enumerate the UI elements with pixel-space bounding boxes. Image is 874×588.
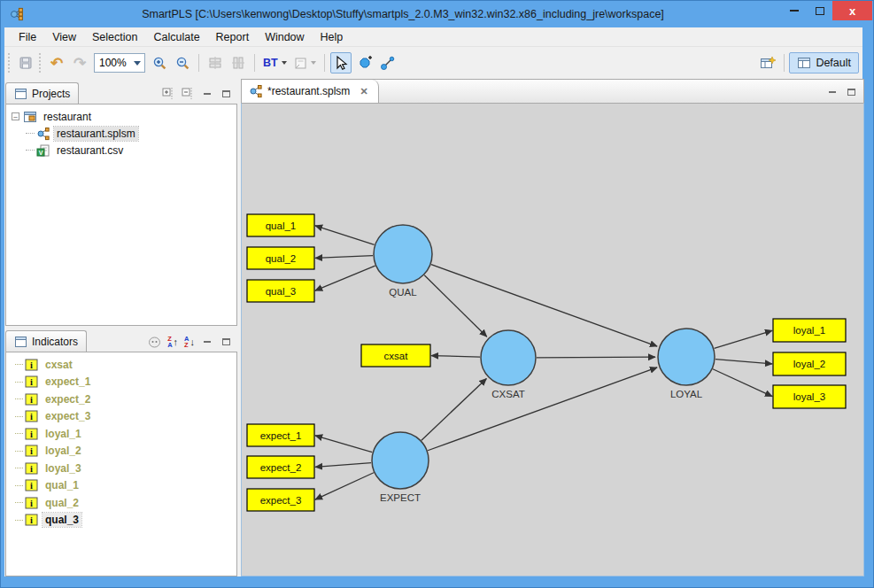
indicator-item-loyal-2[interactable]: iloyal_2 (6, 443, 236, 460)
indicator-item-expect-3[interactable]: iexpect_3 (6, 408, 236, 426)
latent-variable-cxsat[interactable]: CXSAT (481, 330, 536, 399)
arrow-cxsat-to-cxsat[interactable] (431, 356, 480, 358)
tab-projects[interactable]: Projects (5, 82, 79, 104)
save-button[interactable] (15, 52, 36, 74)
indicator-loyal-1[interactable]: loyal_1 (773, 319, 846, 342)
menu-item-file[interactable]: File (11, 29, 44, 45)
path-expect-to-loyal[interactable] (428, 368, 657, 451)
indicator-label: expect_3 (260, 495, 302, 506)
latent-variable-loyal[interactable]: LOYAL (658, 329, 715, 399)
menu-item-report[interactable]: Report (208, 29, 258, 45)
path-qual-to-cxsat[interactable] (424, 275, 487, 337)
zoom-in-icon (152, 56, 167, 71)
path-qual-to-loyal[interactable] (431, 265, 657, 346)
tree-twisty-icon[interactable]: – (12, 112, 19, 120)
arrow-loyal-to-loyal-1[interactable] (715, 330, 772, 348)
arrow-qual-to-qual-2[interactable] (315, 256, 373, 259)
tab-restaurant-splsm[interactable]: *restaurant.splsm ✕ (242, 80, 379, 103)
indicator-label: expect_2 (260, 462, 302, 473)
indicator-qual-3[interactable]: qual_3 (247, 280, 314, 302)
indicator-qual-1[interactable]: qual_1 (247, 214, 314, 236)
indicator-cxsat[interactable]: cxsat (361, 344, 430, 367)
projects-panel: Projects (5, 81, 237, 326)
menu-item-calculate[interactable]: Calculate (145, 29, 207, 45)
indicator-item-loyal-1[interactable]: iloyal_1 (6, 425, 236, 443)
close-tab-icon[interactable]: ✕ (357, 85, 370, 98)
arrow-loyal-to-loyal-3[interactable] (713, 369, 772, 397)
indicator-loyal-3[interactable]: loyal_3 (773, 385, 846, 408)
redo-button[interactable]: ↷ (69, 52, 90, 74)
minimize-view-icon[interactable] (201, 337, 213, 347)
expand-all-icon[interactable] (162, 87, 175, 100)
maximize-view-icon[interactable] (220, 89, 232, 99)
menu-item-selection[interactable]: Selection (84, 29, 145, 45)
bt-mode-button[interactable]: BT (260, 52, 290, 74)
indicator-item-loyal-3[interactable]: iloyal_3 (6, 460, 236, 477)
collapse-all-icon[interactable] (182, 87, 195, 100)
zoom-out-button[interactable] (172, 52, 193, 74)
add-latent-variable-button[interactable] (353, 52, 375, 74)
indicator-item-expect-2[interactable]: iexpect_2 (6, 391, 236, 408)
indicator-loyal-2[interactable]: loyal_2 (773, 352, 846, 375)
zoom-in-button[interactable] (149, 52, 170, 74)
arrow-qual-to-qual-3[interactable] (315, 266, 375, 290)
menu-item-window[interactable]: Window (257, 29, 312, 45)
toolbar-separator (198, 54, 199, 72)
tab-indicators[interactable]: Indicators (5, 330, 87, 352)
indicator-item-cxsat[interactable]: icxsat (6, 356, 236, 374)
selection-tool-button[interactable] (330, 52, 352, 74)
arrow-expect-to-expect-2[interactable] (315, 463, 371, 468)
indicator-expect-3[interactable]: expect_3 (247, 489, 314, 511)
align-horizontal-button[interactable] (205, 52, 226, 74)
maximize-view-icon[interactable] (220, 337, 232, 347)
indicator-icon: i (25, 410, 38, 422)
align-vertical-button[interactable] (228, 52, 249, 74)
sort-ascending-icon[interactable]: AZ↓ (184, 336, 195, 348)
indicator-label: expect_1 (260, 430, 302, 441)
perspective-default-button[interactable]: Default (789, 52, 859, 74)
model-canvas[interactable]: qual_1qual_2qual_3cxsatexpect_1expect_2e… (241, 103, 864, 576)
minimize-button[interactable] (781, 1, 807, 20)
indicator-expect-1[interactable]: expect_1 (247, 424, 314, 446)
close-button[interactable]: x (832, 1, 872, 20)
arrow-loyal-to-loyal-2[interactable] (715, 360, 772, 364)
editor-tab-label: *restaurant.splsm (267, 85, 350, 97)
zoom-level-select[interactable]: 100% (94, 53, 145, 73)
indicator-icon: i (25, 445, 38, 457)
sort-descending-icon[interactable]: ZA↑ (167, 336, 178, 348)
indicator-item-expect-1[interactable]: iexpect_1 (6, 374, 236, 391)
tree-item-restaurant[interactable]: –restaurant (6, 108, 236, 125)
svg-text:i: i (30, 377, 33, 387)
indicator-expect-2[interactable]: expect_2 (247, 456, 314, 478)
indicator-item-qual-1[interactable]: iqual_1 (6, 477, 236, 495)
indicator-item-label: expect_2 (43, 392, 93, 406)
latent-variable-expect[interactable]: EXPECT (372, 432, 429, 503)
minimize-view-icon[interactable] (201, 89, 213, 99)
indicator-label: loyal_2 (793, 359, 825, 369)
indicator-qual-2[interactable]: qual_2 (247, 247, 314, 269)
path-expect-to-cxsat[interactable] (422, 378, 486, 440)
maximize-button[interactable] (807, 1, 832, 20)
indicator-item-qual-3[interactable]: iqual_3 (6, 512, 236, 530)
undo-button[interactable]: ↶ (46, 52, 67, 74)
arrow-expect-to-expect-3[interactable] (315, 473, 374, 499)
indicator-label: cxsat (384, 351, 409, 361)
tree-connector (15, 382, 23, 383)
arrow-qual-to-qual-1[interactable] (315, 226, 375, 245)
indicator-item-qual-2[interactable]: iqual_2 (6, 494, 236, 512)
menu-item-help[interactable]: Help (313, 29, 352, 45)
maximize-editor-icon[interactable] (845, 87, 857, 97)
menu-item-view[interactable]: View (44, 29, 84, 45)
path-cxsat-to-loyal[interactable] (537, 357, 655, 358)
indicator-item-label: expect_3 (43, 409, 93, 423)
tree-item-restaurant-csv[interactable]: Vrestaurant.csv (6, 142, 236, 159)
tree-item-restaurant-splsm[interactable]: restaurant.splsm (6, 125, 236, 142)
add-connection-button[interactable] (377, 52, 398, 74)
arrow-expect-to-expect-1[interactable] (315, 436, 372, 453)
latent-variable-qual[interactable]: QUAL (374, 225, 432, 298)
open-perspective-button[interactable] (757, 52, 778, 74)
comment-tool-button[interactable] (291, 52, 319, 74)
menu-bar: FileViewSelectionCalculateReportWindowHe… (4, 27, 862, 47)
hide-indicators-icon[interactable] (148, 337, 161, 348)
minimize-editor-icon[interactable] (826, 87, 839, 97)
